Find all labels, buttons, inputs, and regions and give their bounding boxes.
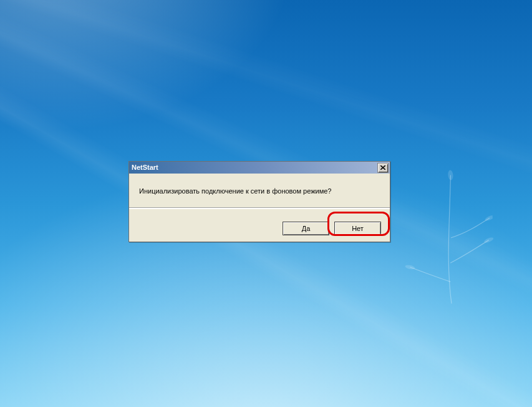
background-plant (388, 165, 501, 312)
dialog-window: NetStart Инициализировать подключение к … (128, 161, 390, 242)
svg-point-2 (484, 214, 495, 222)
dialog-titlebar[interactable]: NetStart (129, 162, 390, 174)
svg-point-0 (483, 237, 494, 243)
yes-button[interactable]: Да (283, 222, 329, 235)
dialog-button-row: Да Нет (129, 217, 390, 242)
desktop-background: NetStart Инициализировать подключение к … (0, 0, 532, 407)
dialog-title: NetStart (132, 162, 158, 174)
dialog-body: Инициализировать подключение к сети в фо… (129, 174, 390, 217)
close-button[interactable] (377, 163, 389, 173)
no-button[interactable]: Нет (334, 222, 381, 235)
dialog-divider (129, 207, 390, 209)
close-icon (380, 165, 385, 170)
dialog-message: Инициализировать подключение к сети в фо… (139, 187, 380, 195)
svg-point-1 (405, 264, 415, 270)
svg-point-3 (448, 170, 454, 180)
